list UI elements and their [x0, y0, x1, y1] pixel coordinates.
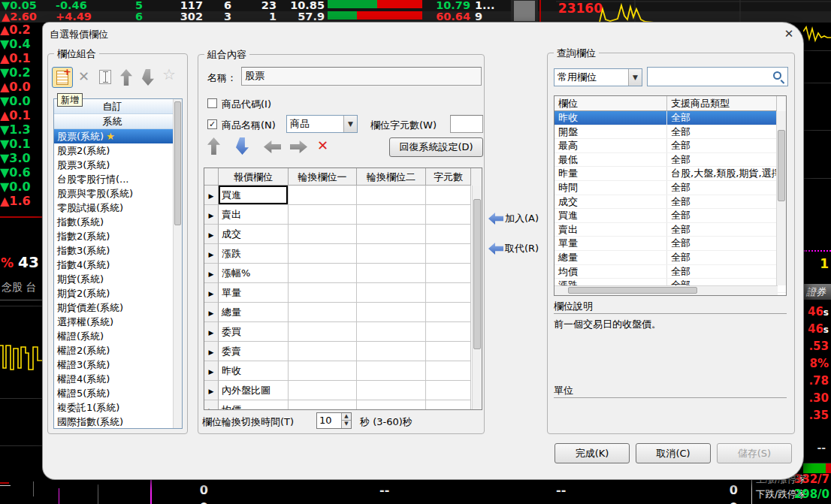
row-selector[interactable]: ▶: [204, 283, 219, 303]
category-select[interactable]: 常用欄位 ▼: [554, 68, 642, 86]
list-item[interactable]: 權證3(系統): [54, 358, 173, 372]
table-row[interactable]: 昨量 台股,大盤,類股,期貨,選擇權: [555, 167, 786, 181]
table-row[interactable]: ▶ 均價: [204, 400, 482, 410]
row-selector[interactable]: ▶: [204, 186, 219, 205]
rotate-time-spinner[interactable]: 10 ▲ ▼: [316, 412, 352, 429]
table-row[interactable]: 開盤 全部: [555, 125, 786, 140]
list-item[interactable]: 權證4(系統): [54, 372, 173, 386]
list-item[interactable]: 國際指數(系統): [54, 415, 173, 429]
list-item[interactable]: 權證5(系統): [54, 386, 173, 400]
restore-defaults-button[interactable]: 回復系統設定(D): [389, 137, 483, 157]
move-down-icon[interactable]: [142, 69, 154, 86]
search-input[interactable]: [647, 67, 788, 86]
row-selector[interactable]: ▶: [204, 361, 219, 381]
background-scrollbar-thumb[interactable]: [514, 1, 535, 21]
table-row[interactable]: 昨收 全部: [555, 111, 786, 125]
row-selector[interactable]: ▶: [204, 225, 219, 244]
remove-field-icon[interactable]: ✕: [317, 137, 328, 153]
list-item[interactable]: 期貨價差(系統): [54, 300, 173, 315]
query-v-scrollbar[interactable]: [776, 111, 786, 285]
table-scrollbar[interactable]: [472, 186, 482, 409]
cancel-button[interactable]: 取消(C): [636, 443, 711, 463]
column-header[interactable]: 報價欄位: [219, 168, 289, 186]
list-item[interactable]: 股票(系統)★: [54, 129, 173, 143]
query-h-scrollbar[interactable]: [555, 285, 778, 295]
table-row[interactable]: ▶ 單量: [204, 283, 482, 303]
query-v-scrollbar-thumb[interactable]: [778, 130, 785, 201]
list-item[interactable]: 複委託1(系統): [54, 400, 173, 415]
add-field-button[interactable]: 加入(A): [488, 212, 539, 225]
chevron-down-icon[interactable]: ▼: [343, 116, 357, 132]
column-header[interactable]: 輪換欄位一: [289, 168, 357, 186]
list-item[interactable]: 股票3(系統): [54, 158, 173, 172]
list-item[interactable]: 指數2(系統): [54, 229, 173, 243]
new-set-button[interactable]: +: [52, 67, 73, 88]
row-selector[interactable]: ▶: [204, 400, 219, 410]
row-down-icon[interactable]: [236, 137, 249, 155]
close-icon[interactable]: ✕: [781, 26, 797, 41]
table-row[interactable]: ▶ 成交: [204, 225, 482, 244]
list-item[interactable]: 期貨(系統): [54, 272, 173, 286]
list-item[interactable]: 零股試撮(系統): [54, 201, 173, 215]
list-scrollbar[interactable]: [173, 99, 182, 428]
row-up-icon[interactable]: [207, 137, 220, 155]
table-row[interactable]: 時間 全部: [555, 181, 786, 195]
row-selector[interactable]: ▶: [204, 322, 219, 342]
delete-set-icon[interactable]: ✕: [78, 68, 89, 84]
table-row[interactable]: 買進 全部: [555, 209, 786, 223]
spin-down-icon[interactable]: ▼: [341, 421, 351, 428]
table-row[interactable]: ▶ 委賣: [204, 342, 482, 361]
row-selector[interactable]: ▶: [204, 303, 219, 322]
table-row[interactable]: 最低 全部: [555, 153, 786, 167]
replace-field-button[interactable]: 取代(R): [488, 242, 539, 255]
search-icon[interactable]: [773, 71, 781, 80]
list-item[interactable]: 股票與零股(系統): [54, 186, 173, 201]
list-item[interactable]: 權證(系統): [54, 329, 173, 343]
char-width-input[interactable]: [450, 115, 483, 133]
table-row[interactable]: 均價 全部: [555, 265, 786, 279]
move-up-icon[interactable]: [120, 69, 132, 86]
column-header[interactable]: 輪換欄位二: [357, 168, 426, 186]
table-row[interactable]: ▶ 漲跌: [204, 244, 482, 264]
table-row[interactable]: 單量 全部: [555, 237, 786, 251]
table-row[interactable]: ▶ 買進: [204, 186, 482, 205]
securities-tab[interactable]: 證券: [803, 284, 831, 300]
table-row[interactable]: ▶ 內外盤比圖: [204, 381, 482, 400]
list-item[interactable]: 指數4(系統): [54, 258, 173, 272]
table-row[interactable]: 總量 全部: [555, 251, 786, 265]
col-left-icon[interactable]: [264, 140, 281, 153]
table-row[interactable]: ▶ 漲幅%: [204, 264, 482, 283]
list-item[interactable]: 權證2(系統): [54, 343, 173, 358]
row-selector[interactable]: ▶: [204, 244, 219, 264]
chevron-down-icon[interactable]: ▼: [628, 69, 642, 86]
name-input[interactable]: 股票: [241, 67, 482, 86]
spin-up-icon[interactable]: ▲: [341, 413, 351, 421]
product-name-checkbox[interactable]: ✓: [207, 119, 217, 129]
table-row[interactable]: 最高 全部: [555, 139, 786, 153]
row-selector[interactable]: ▶: [204, 381, 219, 400]
list-scrollbar-thumb[interactable]: [174, 101, 181, 225]
table-row[interactable]: ▶ 賣出: [204, 205, 482, 225]
list-item[interactable]: 台股零股行情(...: [54, 172, 173, 186]
list-item[interactable]: 股票2(系統): [54, 143, 173, 158]
col-right-icon[interactable]: [290, 140, 307, 153]
product-code-checkbox[interactable]: [207, 98, 217, 108]
row-selector[interactable]: ▶: [204, 342, 219, 361]
rename-set-icon[interactable]: [99, 70, 111, 84]
table-row[interactable]: ▶ 昨收: [204, 361, 482, 381]
table-row[interactable]: ▶ 委買: [204, 322, 482, 342]
table-row[interactable]: 賣出 全部: [555, 223, 786, 237]
background-tabs[interactable]: 念股 台: [2, 281, 36, 294]
query-h-scrollbar-thumb[interactable]: [568, 287, 697, 294]
column-header[interactable]: 字元數: [426, 168, 471, 186]
list-item[interactable]: 指數(系統): [54, 215, 173, 229]
product-select[interactable]: 商品 ▼: [286, 115, 358, 133]
table-scrollbar-thumb[interactable]: [473, 199, 481, 349]
list-item[interactable]: 期貨2(系統): [54, 286, 173, 300]
done-button[interactable]: 完成(K): [555, 443, 630, 463]
list-item[interactable]: 指數3(系統): [54, 243, 173, 258]
table-row[interactable]: ▶ 總量: [204, 303, 482, 322]
save-button[interactable]: 儲存(S): [717, 443, 792, 463]
row-selector[interactable]: ▶: [204, 205, 219, 225]
list-item[interactable]: 系統: [54, 114, 173, 129]
